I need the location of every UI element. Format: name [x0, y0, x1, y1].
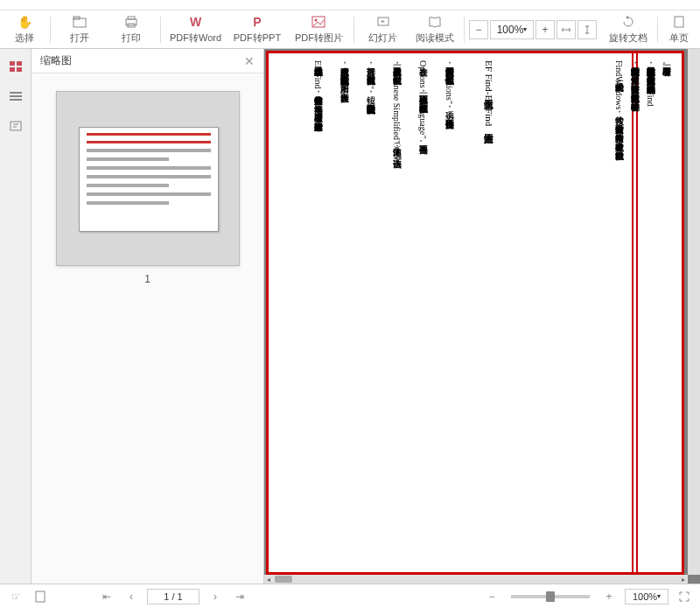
- prev-page-button[interactable]: ‹: [122, 588, 140, 605]
- image-icon: [312, 14, 326, 30]
- ppt-icon: P: [253, 14, 261, 30]
- zoom-controls: − 100% ▾ + 旋转文档 单页: [468, 12, 696, 47]
- divider: [657, 17, 658, 43]
- status-layout-button[interactable]: [32, 588, 49, 605]
- pdf-to-word-button[interactable]: W PDF转Word: [164, 12, 226, 47]
- divider: [464, 17, 465, 43]
- svg-point-6: [315, 19, 318, 22]
- thumbnail-page-number: 1: [56, 273, 240, 285]
- divider: [160, 17, 161, 43]
- thumbnails-rail-button[interactable]: [5, 56, 26, 77]
- slideshow-button[interactable]: 幻灯片: [358, 12, 410, 47]
- redline-marker: [632, 53, 634, 572]
- svg-rect-16: [10, 122, 21, 130]
- status-zoom-in[interactable]: +: [600, 588, 618, 605]
- status-bar: ☞ ⇤ ‹ 1 / 1 › ⇥ − + 100% ▾: [0, 584, 700, 608]
- print-button[interactable]: 打印: [106, 12, 158, 47]
- book-icon: [428, 14, 442, 30]
- select-label: 选择: [15, 31, 34, 45]
- doc-paragraph: 且该软件还有各项压缩文件的功能，使用起来非常方便。这款软件支持多国语言，我们下载…: [626, 60, 643, 95]
- print-icon: [124, 14, 138, 30]
- redline-marker: [636, 53, 638, 572]
- svg-rect-10: [17, 61, 22, 66]
- status-hand-button[interactable]: ☞: [7, 588, 24, 605]
- thumbnail-list: 1: [32, 73, 263, 584]
- page-icon: [674, 14, 684, 30]
- next-page-button[interactable]: ›: [206, 588, 224, 605]
- scroll-right-button[interactable]: ▸: [679, 575, 688, 584]
- fullscreen-button[interactable]: [676, 588, 693, 605]
- single-page-button[interactable]: 单页: [662, 12, 696, 47]
- rotate-button[interactable]: 旋转文档: [603, 12, 654, 47]
- divider: [50, 17, 51, 43]
- cursor-tool[interactable]: ✋ 选择: [4, 12, 46, 47]
- scroll-left-button[interactable]: ◂: [264, 575, 273, 584]
- horizontal-scrollbar[interactable]: ◂ ▸: [264, 575, 688, 584]
- zoom-out-button[interactable]: −: [469, 20, 488, 39]
- doc-step: 然后界面上就会弹出一个窗口，我们在窗口中找到"Chinese Simplifie…: [388, 60, 405, 161]
- hand-icon: ✋: [18, 14, 32, 30]
- top-cutoff-row: [0, 0, 700, 10]
- doc-step: 完成以上所有步骤后，我们就成功将软件的界面语言设置成中文了，如下图所示，大家可以…: [336, 60, 353, 95]
- reading-mode-button[interactable]: 阅读模式: [409, 12, 460, 47]
- svg-rect-12: [17, 67, 22, 72]
- scroll-thumb[interactable]: [275, 576, 292, 583]
- annotations-rail-button[interactable]: [5, 115, 26, 136]
- status-zoom-out[interactable]: −: [483, 588, 500, 605]
- document-page: EF Find怎么设置中文-EF Find设置中文的方法 Find是一款功能强大…: [266, 51, 684, 575]
- close-panel-button[interactable]: ✕: [244, 54, 255, 68]
- doc-step: 以上是小编给大家整理的EF Find设置中文的具体操作方法，方法简单易懂，有需要…: [310, 60, 326, 124]
- zoom-level[interactable]: 100% ▾: [490, 20, 534, 39]
- doc-step: 接着在Options选项下方会出现一个下拉框，我们在下拉框的底部找到"Langu…: [415, 60, 431, 147]
- status-zoom-level[interactable]: 100% ▾: [625, 589, 668, 605]
- pdf-to-image-button[interactable]: PDF转图片: [288, 12, 349, 47]
- rotate-icon: [622, 14, 634, 30]
- doc-paragraph: 其语基础较差的朋友使用这款软件造成了很大的困难，因此需要掌握设置中文的方法。那么…: [642, 60, 659, 107]
- svg-rect-3: [128, 17, 135, 19]
- slides-icon: [376, 14, 390, 30]
- zoom-slider-knob[interactable]: [546, 591, 555, 602]
- chevron-down-icon: ▾: [657, 592, 661, 600]
- thumbnail-header: 缩略图 ✕: [32, 49, 263, 73]
- zoom-slider[interactable]: [511, 595, 590, 598]
- thumbnail-panel: 缩略图 ✕ 1: [32, 49, 264, 584]
- svg-rect-8: [675, 17, 683, 27]
- doc-title: EF Find怎么设置中文-EF Find设置中文的方法: [480, 60, 498, 126]
- word-icon: W: [190, 14, 201, 30]
- toolbar: ✋ 选择 打开 打印 W PDF转Word P PDF转PPT PDF转图片 幻…: [0, 10, 700, 49]
- side-rail: [0, 49, 32, 584]
- last-page-button[interactable]: ⇥: [231, 588, 248, 605]
- page-thumbnail-1[interactable]: [56, 91, 240, 266]
- doc-paragraph: Find是一款功能强大的Windows搜索软件，这款软件界面清爽大方，用户在软件…: [611, 60, 627, 144]
- vertical-scrollbar[interactable]: [688, 49, 700, 575]
- fit-page-button[interactable]: [578, 20, 597, 39]
- thumbnail-title: 缩略图: [40, 53, 72, 68]
- thumbnail-page-preview: [79, 127, 219, 232]
- open-icon: [73, 14, 87, 30]
- open-button[interactable]: 打开: [54, 12, 106, 47]
- document-viewer[interactable]: EF Find怎么设置中文-EF Find设置中文的方法 Find是一款功能强大…: [264, 49, 700, 584]
- main-area: 缩略图 ✕ 1: [0, 49, 700, 584]
- doc-step: 当我们打开软件进入到主界面，我们在界面顶部找到"Options"选项，点击该选项…: [441, 60, 458, 122]
- zoom-in-button[interactable]: +: [536, 20, 555, 39]
- svg-rect-11: [10, 67, 15, 72]
- outline-rail-button[interactable]: [5, 86, 26, 107]
- svg-rect-17: [36, 591, 45, 602]
- chevron-down-icon: ▾: [523, 25, 527, 33]
- doc-step: 选好语言后，我们在窗口底部可以找到"OK"按钮，点击该按钮就可以成功将软件的界面…: [362, 60, 379, 107]
- fit-width-button[interactable]: [556, 20, 576, 39]
- svg-rect-9: [10, 61, 15, 66]
- first-page-button[interactable]: ⇤: [98, 588, 116, 605]
- doc-paragraph: 有需要的朋友可以看一看。: [658, 60, 675, 69]
- divider: [354, 17, 354, 43]
- page-indicator[interactable]: 1 / 1: [147, 589, 200, 605]
- pdf-to-ppt-button[interactable]: P PDF转PPT: [227, 12, 288, 47]
